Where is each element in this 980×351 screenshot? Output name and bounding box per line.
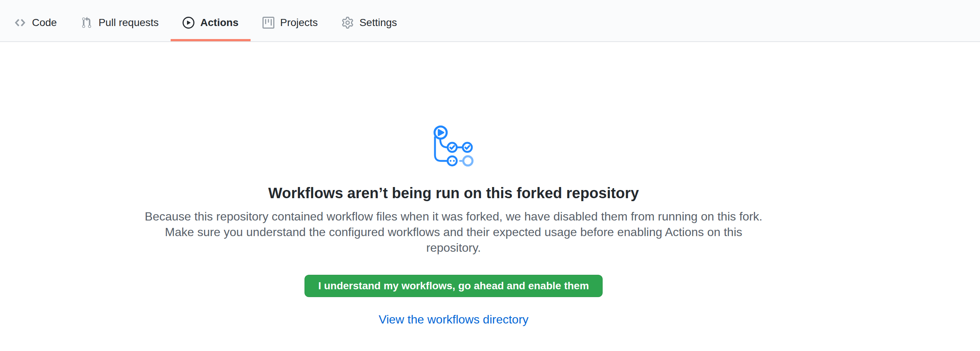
actions-workflow-illustration-icon [433, 125, 474, 167]
tab-settings-label: Settings [360, 15, 397, 30]
play-icon [183, 17, 194, 29]
tab-settings[interactable]: Settings [330, 8, 409, 41]
project-icon [262, 17, 274, 29]
blankslate-description: Because this repository contained workfl… [141, 209, 766, 256]
git-pull-request-icon [81, 17, 92, 29]
workflows-disabled-blankslate: Workflows aren’t being run on this forke… [0, 42, 907, 326]
tab-projects-label: Projects [280, 15, 318, 30]
repo-tab-nav: Code Pull requests Actions Projects [0, 0, 980, 42]
view-workflows-directory-link[interactable]: View the workflows directory [0, 313, 907, 326]
blankslate-heading: Workflows aren’t being run on this forke… [0, 183, 907, 203]
tab-pull-requests[interactable]: Pull requests [69, 8, 171, 41]
enable-workflows-button[interactable]: I understand my workflows, go ahead and … [304, 275, 603, 297]
tab-actions-label: Actions [200, 15, 239, 30]
main-content: Workflows aren’t being run on this forke… [0, 42, 907, 326]
tab-projects[interactable]: Projects [251, 8, 330, 41]
gear-icon [342, 17, 353, 29]
tab-code[interactable]: Code [2, 8, 69, 41]
code-icon [14, 17, 26, 29]
tab-code-label: Code [32, 15, 57, 30]
tab-pull-requests-label: Pull requests [99, 15, 159, 30]
tab-actions[interactable]: Actions [171, 8, 251, 41]
